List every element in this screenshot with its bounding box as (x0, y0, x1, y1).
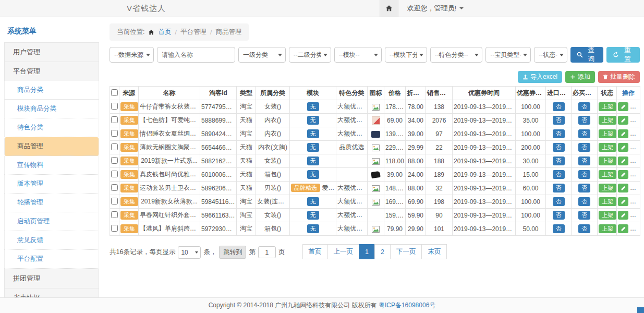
must-buy-badge[interactable]: 否 (578, 184, 590, 192)
import-select-badge[interactable]: 否 (553, 129, 565, 138)
pager-button[interactable]: 上一页 (327, 244, 360, 259)
reset-button[interactable]: 重置 (606, 47, 640, 63)
pager-button[interactable]: 下一页 (390, 244, 422, 259)
table-row: 采集真皮钱包时尚优雅女士...601000601341天猫箱包()无39.002… (110, 168, 640, 182)
sidebar-item[interactable]: 特色分类 (4, 118, 99, 137)
user-menu[interactable]: 欢迎您，管理员! (398, 0, 472, 17)
sidebar-item[interactable]: 平台配置 (4, 250, 99, 269)
per-page-select[interactable]: 10 (178, 246, 201, 259)
must-buy-badge[interactable]: 否 (578, 211, 590, 219)
must-buy-badge[interactable]: 否 (578, 102, 590, 111)
import-select-badge[interactable]: 否 (553, 224, 565, 233)
sidebar-item[interactable]: 商品管理 (4, 137, 99, 156)
add-button[interactable]: 添加 (565, 71, 595, 83)
edit-button[interactable] (618, 197, 628, 206)
import-select-badge[interactable]: 否 (553, 184, 565, 192)
select-all-checkbox[interactable] (111, 89, 118, 96)
status-badge[interactable]: 上架 (599, 170, 616, 178)
status-select[interactable]: --状态-- (534, 47, 567, 63)
row-checkbox[interactable] (111, 184, 118, 191)
breadcrumb-home-link[interactable]: 首页 (158, 28, 171, 37)
discount-price: 29.90 (406, 222, 426, 236)
sidebar-item[interactable]: 模块商品分类 (4, 100, 99, 118)
module-cell: 无 (290, 141, 336, 154)
must-buy-badge[interactable]: 否 (578, 224, 590, 233)
name-search-input[interactable] (157, 47, 235, 63)
status-badge[interactable]: 上架 (599, 143, 616, 151)
pager-button[interactable]: 1 (359, 244, 375, 259)
sidebar-item[interactable]: 宣传物料 (4, 156, 99, 175)
import-select-badge[interactable]: 否 (553, 211, 565, 219)
status-badge[interactable]: 上架 (599, 116, 616, 124)
import-select-badge[interactable]: 否 (553, 102, 565, 111)
status-badge[interactable]: 上架 (599, 184, 616, 192)
source-badge: 采集 (120, 224, 138, 233)
edit-button[interactable] (618, 211, 628, 220)
column-header: 所属分类 (256, 87, 290, 100)
row-checkbox[interactable] (111, 130, 118, 137)
module-sub-category-select[interactable]: --模块下分类-- (385, 47, 427, 63)
status-badge[interactable]: 上架 (599, 102, 616, 111)
must-buy-badge[interactable]: 否 (578, 197, 590, 206)
import-excel-button[interactable]: 导入excel (518, 71, 562, 83)
edit-button[interactable] (618, 143, 628, 152)
feature-category-select[interactable]: --特色分类-- (430, 47, 482, 63)
home-button[interactable] (380, 0, 398, 17)
row-checkbox[interactable] (111, 171, 118, 177)
edit-button[interactable] (618, 184, 628, 192)
row-checkbox[interactable] (111, 211, 118, 218)
status-badge[interactable]: 上架 (599, 211, 616, 219)
pager-button[interactable]: 末页 (421, 244, 447, 259)
sidebar-group[interactable]: 用户管理 (4, 42, 99, 62)
import-select-badge[interactable]: 否 (553, 143, 565, 151)
level2-category-select[interactable]: --二级分类-- (289, 47, 331, 63)
import-select-badge[interactable]: 否 (553, 116, 565, 124)
discount-price: 88.00 (406, 182, 426, 195)
back-to-top-button[interactable] (637, 307, 644, 313)
row-checkbox[interactable] (111, 157, 118, 164)
edit-button[interactable] (618, 170, 628, 179)
status-badge[interactable]: 上架 (599, 156, 616, 165)
edit-button[interactable] (618, 129, 628, 138)
row-checkbox[interactable] (111, 143, 118, 150)
must-buy-badge[interactable]: 否 (578, 170, 590, 178)
must-buy-badge[interactable]: 否 (578, 116, 590, 124)
sidebar-group[interactable]: 平台管理 (4, 62, 99, 81)
batch-delete-button[interactable]: 批量删除 (598, 71, 640, 83)
row-checkbox[interactable] (111, 103, 118, 110)
search-button[interactable]: 查询 (570, 47, 604, 63)
item-type-select[interactable]: --宝贝类型-- (485, 47, 531, 63)
jump-page-input[interactable] (258, 246, 276, 258)
must-buy-badge[interactable]: 否 (578, 143, 590, 151)
edit-button[interactable] (618, 224, 628, 233)
status-badge[interactable]: 上架 (599, 129, 616, 138)
sidebar-group[interactable]: 拼团管理 (4, 269, 99, 288)
row-checkbox[interactable] (111, 198, 118, 204)
pager-button[interactable]: 首页 (302, 244, 328, 259)
sidebar-item[interactable]: 轮播管理 (4, 194, 99, 212)
must-buy-badge[interactable]: 否 (578, 129, 590, 138)
sidebar-item[interactable]: 意见反馈 (4, 231, 99, 250)
data-source-select[interactable]: --数据来源-- (110, 47, 154, 63)
status-badge[interactable]: 上架 (599, 224, 616, 233)
status-badge[interactable]: 上架 (599, 197, 616, 206)
import-select-badge[interactable]: 否 (553, 170, 565, 178)
module-select[interactable]: --模块-- (334, 47, 382, 63)
must-buy-badge[interactable]: 否 (578, 156, 590, 165)
level1-category-select[interactable]: 一级分类 (238, 47, 286, 63)
edit-button[interactable] (618, 156, 628, 165)
row-checkbox[interactable] (111, 225, 118, 232)
coupon-time: 2019-09-13—2019-09-17 (453, 100, 516, 114)
row-checkbox[interactable] (111, 116, 118, 123)
sidebar-item[interactable]: 版本管理 (4, 175, 99, 194)
sidebar-item[interactable]: 商品分类 (4, 81, 99, 100)
icp-link[interactable]: 粤ICP备16098006号 (379, 301, 435, 310)
edit-button[interactable] (618, 116, 628, 125)
breadcrumb-separator: / (175, 29, 176, 36)
edit-button[interactable] (618, 102, 628, 111)
import-select-badge[interactable]: 否 (553, 197, 565, 206)
pager-button[interactable]: 2 (374, 244, 391, 259)
import-select-badge[interactable]: 否 (553, 156, 565, 165)
jump-button[interactable]: 跳转到 (219, 246, 246, 259)
sidebar-item[interactable]: 启动页管理 (4, 212, 99, 231)
